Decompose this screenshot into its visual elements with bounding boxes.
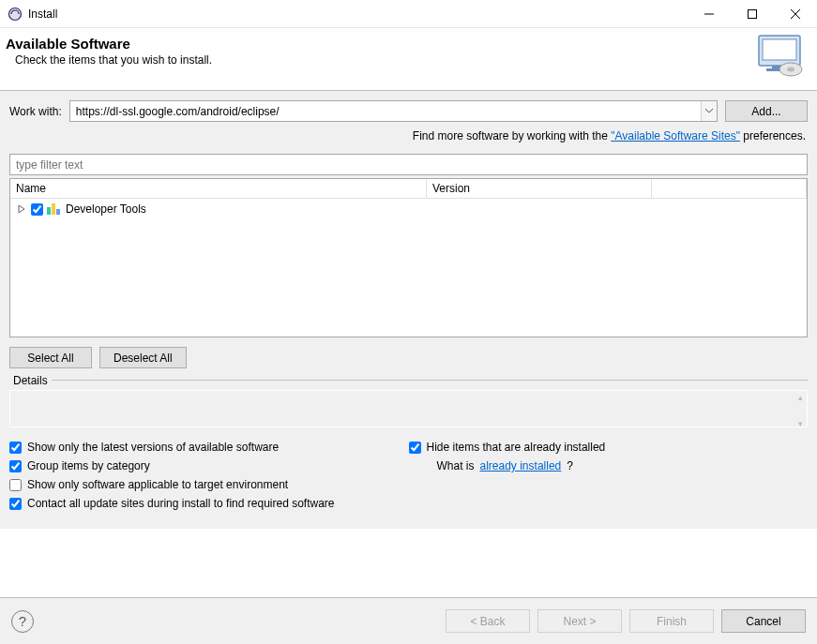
option-group-category[interactable]: Group items by category bbox=[9, 459, 409, 472]
cancel-button[interactable]: Cancel bbox=[721, 609, 806, 633]
maximize-icon bbox=[748, 9, 757, 19]
back-button[interactable]: < Back bbox=[446, 609, 530, 633]
findmore-text: Find more software by working with the "… bbox=[9, 122, 808, 154]
svg-rect-7 bbox=[763, 39, 796, 60]
hide-installed-checkbox[interactable] bbox=[409, 442, 421, 454]
column-version[interactable]: Version bbox=[427, 179, 652, 198]
details-body: ▴ ▾ bbox=[9, 390, 808, 427]
option-show-applicable[interactable]: Show only software applicable to target … bbox=[9, 478, 409, 491]
add-button[interactable]: Add... bbox=[725, 100, 808, 122]
option-show-latest[interactable]: Show only the latest versions of availab… bbox=[9, 441, 409, 454]
minimize-button[interactable] bbox=[688, 0, 731, 28]
svg-rect-3 bbox=[749, 9, 757, 18]
tree-item-checkbox[interactable] bbox=[31, 203, 43, 216]
details-group: Details ▴ ▾ bbox=[9, 380, 808, 427]
workwith-label: Work with: bbox=[9, 105, 62, 118]
option-hide-installed[interactable]: Hide items that are already installed bbox=[409, 441, 809, 454]
help-button[interactable]: ? bbox=[11, 610, 34, 633]
already-installed-link[interactable]: already installed bbox=[480, 459, 562, 472]
what-is-already-installed: What is already installed? bbox=[409, 459, 809, 472]
scroll-down-icon[interactable]: ▾ bbox=[798, 419, 803, 428]
column-spacer bbox=[652, 179, 807, 198]
workwith-combo[interactable] bbox=[69, 100, 718, 122]
close-icon bbox=[791, 9, 800, 19]
window-title: Install bbox=[28, 7, 57, 21]
maximize-button[interactable] bbox=[731, 0, 774, 28]
workwith-dropdown-button[interactable] bbox=[701, 101, 717, 121]
eclipse-icon bbox=[8, 7, 23, 22]
titlebar: Install bbox=[0, 0, 817, 28]
close-button[interactable] bbox=[774, 0, 817, 28]
show-latest-checkbox[interactable] bbox=[9, 442, 22, 454]
next-button[interactable]: Next > bbox=[537, 609, 622, 633]
option-contact-sites[interactable]: Contact all update sites during install … bbox=[9, 497, 409, 510]
software-tree[interactable]: Name Version Developer Tools bbox=[9, 178, 808, 337]
deselect-all-button[interactable]: Deselect All bbox=[99, 347, 187, 368]
svg-point-11 bbox=[787, 67, 794, 72]
install-banner-icon bbox=[753, 34, 806, 79]
help-icon: ? bbox=[19, 613, 26, 629]
show-applicable-checkbox[interactable] bbox=[9, 479, 22, 491]
tree-row[interactable]: Developer Tools bbox=[10, 201, 807, 217]
filter-input[interactable] bbox=[9, 154, 808, 175]
expand-icon[interactable] bbox=[16, 203, 27, 215]
wizard-footer: ? < Back Next > Finish Cancel bbox=[0, 597, 817, 644]
chevron-down-icon bbox=[705, 109, 713, 113]
details-label: Details bbox=[9, 374, 52, 387]
scroll-up-icon[interactable]: ▴ bbox=[798, 393, 803, 402]
minimize-icon bbox=[704, 9, 714, 19]
contact-sites-checkbox[interactable] bbox=[9, 498, 22, 510]
tree-header: Name Version bbox=[10, 179, 807, 199]
page-title: Available Software bbox=[6, 36, 746, 52]
category-icon bbox=[47, 203, 62, 215]
select-all-button[interactable]: Select All bbox=[9, 347, 92, 368]
column-name[interactable]: Name bbox=[10, 179, 427, 198]
available-sites-link[interactable]: "Available Software Sites" bbox=[611, 129, 740, 142]
finish-button[interactable]: Finish bbox=[629, 609, 714, 633]
tree-item-label: Developer Tools bbox=[66, 202, 146, 216]
page-subtitle: Check the items that you wish to install… bbox=[15, 53, 746, 67]
workwith-input[interactable] bbox=[70, 101, 701, 121]
group-category-checkbox[interactable] bbox=[9, 460, 22, 472]
svg-point-1 bbox=[9, 7, 22, 20]
wizard-header: Available Software Check the items that … bbox=[0, 28, 817, 91]
